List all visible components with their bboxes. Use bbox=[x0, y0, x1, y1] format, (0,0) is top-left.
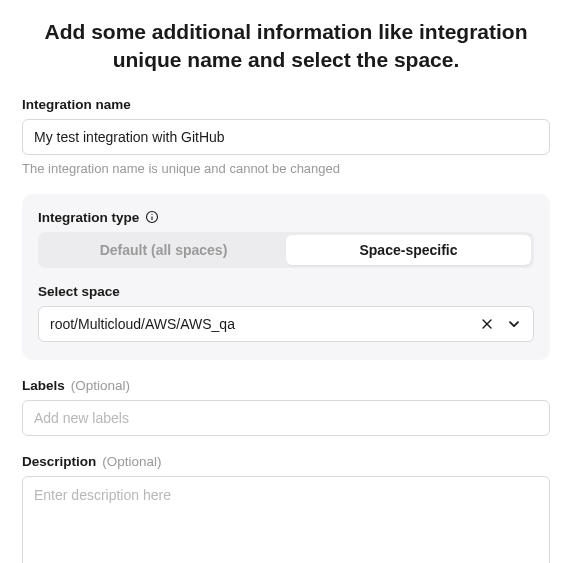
labels-input[interactable] bbox=[22, 400, 550, 436]
labels-label: Labels (Optional) bbox=[22, 378, 550, 393]
labels-section: Labels (Optional) bbox=[22, 378, 550, 436]
segment-default-all-spaces[interactable]: Default (all spaces) bbox=[41, 235, 286, 265]
chevron-down-icon[interactable] bbox=[506, 316, 522, 332]
description-label: Description (Optional) bbox=[22, 454, 550, 469]
page-heading: Add some additional information like int… bbox=[22, 18, 550, 75]
integration-name-label: Integration name bbox=[22, 97, 550, 112]
integration-type-label-text: Integration type bbox=[38, 210, 139, 225]
integration-name-help: The integration name is unique and canno… bbox=[22, 161, 550, 176]
description-section: Description (Optional) bbox=[22, 454, 550, 563]
description-label-text: Description bbox=[22, 454, 96, 469]
integration-type-label: Integration type bbox=[38, 210, 534, 225]
select-space-value: root/Multicloud/AWS/AWS_qa bbox=[50, 316, 480, 332]
info-icon[interactable] bbox=[145, 210, 159, 224]
segment-space-specific[interactable]: Space-specific bbox=[286, 235, 531, 265]
integration-name-input[interactable] bbox=[22, 119, 550, 155]
svg-point-1 bbox=[152, 214, 153, 215]
labels-label-text: Labels bbox=[22, 378, 65, 393]
select-space-icons bbox=[480, 316, 522, 332]
integration-name-section: Integration name The integration name is… bbox=[22, 97, 550, 176]
description-textarea[interactable] bbox=[22, 476, 550, 563]
select-space-combobox[interactable]: root/Multicloud/AWS/AWS_qa bbox=[38, 306, 534, 342]
select-space-label: Select space bbox=[38, 284, 534, 299]
labels-optional: (Optional) bbox=[71, 378, 130, 393]
integration-type-panel: Integration type Default (all spaces) Sp… bbox=[22, 194, 550, 360]
description-optional: (Optional) bbox=[102, 454, 161, 469]
integration-type-segmented: Default (all spaces) Space-specific bbox=[38, 232, 534, 268]
close-icon[interactable] bbox=[480, 317, 494, 331]
